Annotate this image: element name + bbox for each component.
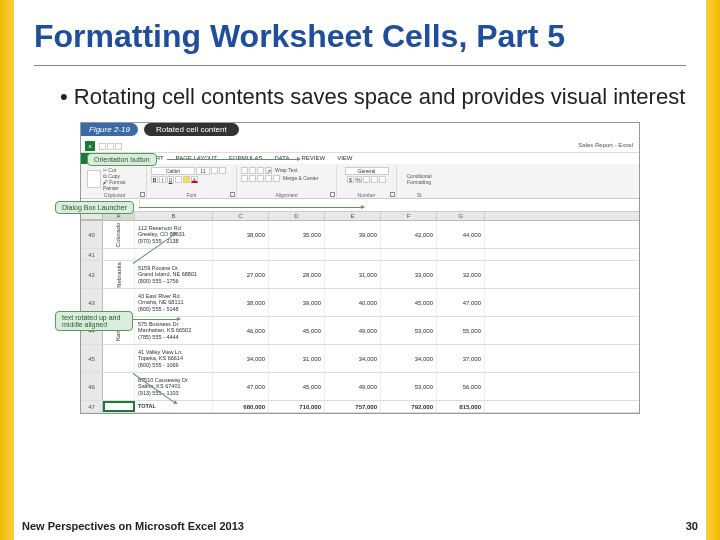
merge-center-button[interactable]: Merge & Center: [283, 175, 318, 182]
cell-value[interactable]: 792,000: [381, 401, 437, 412]
cell-value[interactable]: 33,000: [381, 261, 437, 288]
cell-value[interactable]: 680,000: [213, 401, 269, 412]
align-center-icon[interactable]: [249, 175, 256, 182]
cell-value[interactable]: 35,000: [269, 221, 325, 248]
cell-value[interactable]: 32,000: [437, 261, 485, 288]
cell-rotated[interactable]: [103, 373, 135, 400]
cell-value[interactable]: 757,000: [325, 401, 381, 412]
inc-decimal-icon[interactable]: [371, 176, 378, 183]
worksheet-grid[interactable]: 40Colorado112 Reservoir Rd.Greeley, CO 8…: [81, 221, 639, 413]
align-left-icon[interactable]: [241, 175, 248, 182]
cell-value[interactable]: 27,000: [213, 261, 269, 288]
cell-value[interactable]: 39,000: [269, 289, 325, 316]
percent-icon[interactable]: %: [355, 176, 362, 183]
cell-value[interactable]: 38,000: [213, 221, 269, 248]
align-bottom-icon[interactable]: [257, 167, 264, 174]
cell-address[interactable]: 575 Business Dr.Manhattan, KS 66502(785)…: [135, 317, 213, 344]
indent-inc-icon[interactable]: [273, 175, 280, 182]
row-header[interactable]: 40: [81, 221, 103, 248]
dec-decimal-icon[interactable]: [379, 176, 386, 183]
border-button[interactable]: [175, 176, 182, 183]
number-format-select[interactable]: General: [345, 167, 389, 175]
paste-button[interactable]: [87, 170, 101, 188]
cell-value[interactable]: 34,000: [325, 345, 381, 372]
cell-value[interactable]: 39,000: [325, 221, 381, 248]
underline-button[interactable]: U: [167, 176, 174, 183]
italic-button[interactable]: I: [159, 176, 166, 183]
tab-view[interactable]: VIEW: [331, 153, 358, 164]
cell-rotated[interactable]: Colorado: [103, 221, 135, 248]
cell-value[interactable]: 40,000: [325, 289, 381, 316]
qat-save-icon[interactable]: [99, 143, 106, 150]
col-B[interactable]: B: [135, 212, 213, 220]
col-E[interactable]: E: [325, 212, 381, 220]
cell-value[interactable]: 47,000: [213, 373, 269, 400]
align-top-icon[interactable]: [241, 167, 248, 174]
cell-value[interactable]: 710,000: [269, 401, 325, 412]
row-header[interactable]: 47: [81, 401, 103, 412]
row-header[interactable]: 41: [81, 249, 103, 260]
format-painter-button[interactable]: 🖌 Format Painter: [103, 179, 142, 191]
cell-value[interactable]: 56,000: [437, 373, 485, 400]
cell-rotated[interactable]: [103, 345, 135, 372]
cell-value[interactable]: [325, 249, 381, 260]
col-F[interactable]: F: [381, 212, 437, 220]
cell-value[interactable]: 49,000: [325, 317, 381, 344]
cell-value[interactable]: 31,000: [269, 345, 325, 372]
conditional-formatting-button[interactable]: Conditional Formatting: [401, 173, 437, 185]
qat-undo-icon[interactable]: [107, 143, 114, 150]
cell-value[interactable]: 44,000: [437, 221, 485, 248]
formula-input[interactable]: [139, 200, 637, 210]
orientation-button[interactable]: ↗: [265, 167, 272, 174]
number-launcher-icon[interactable]: [390, 192, 395, 197]
font-size-select[interactable]: 11: [196, 167, 210, 175]
col-D[interactable]: D: [269, 212, 325, 220]
col-C[interactable]: C: [213, 212, 269, 220]
cell-value[interactable]: 45,000: [269, 373, 325, 400]
cell-value[interactable]: [437, 249, 485, 260]
fill-color-button[interactable]: [183, 176, 190, 183]
wrap-text-button[interactable]: Wrap Text: [275, 167, 297, 174]
cell-value[interactable]: 47,000: [437, 289, 485, 316]
cell-value[interactable]: 34,000: [213, 345, 269, 372]
cell-value[interactable]: [269, 249, 325, 260]
cell-value[interactable]: 31,000: [325, 261, 381, 288]
cell-address[interactable]: 87510 Causeway Dr.Salina, KS 67401(913) …: [135, 373, 213, 400]
font-launcher-icon[interactable]: [230, 192, 235, 197]
cell-address[interactable]: 5159 Pocane Dr.Grand Island, NE 68801(80…: [135, 261, 213, 288]
row-header[interactable]: 42: [81, 261, 103, 288]
font-color-button[interactable]: A: [191, 176, 198, 183]
cell-value[interactable]: [381, 249, 437, 260]
cell-value[interactable]: 45,000: [381, 289, 437, 316]
grow-font-icon[interactable]: [211, 167, 218, 174]
alignment-launcher-icon[interactable]: [330, 192, 335, 197]
cell-value[interactable]: 46,000: [213, 317, 269, 344]
cell-rotated[interactable]: [103, 249, 135, 260]
cell-value[interactable]: 55,000: [437, 317, 485, 344]
cell-value[interactable]: 53,000: [381, 373, 437, 400]
cell-rotated[interactable]: Nebraska: [103, 261, 135, 288]
cell-rotated[interactable]: [103, 401, 135, 412]
align-middle-icon[interactable]: [249, 167, 256, 174]
cell-value[interactable]: 38,000: [213, 289, 269, 316]
qat-redo-icon[interactable]: [115, 143, 122, 150]
font-name-select[interactable]: Calibri: [151, 167, 195, 175]
comma-icon[interactable]: ,: [363, 176, 370, 183]
bold-button[interactable]: B: [151, 176, 158, 183]
col-G[interactable]: G: [437, 212, 485, 220]
cell-value[interactable]: 37,000: [437, 345, 485, 372]
row-header[interactable]: 46: [81, 373, 103, 400]
cell-value[interactable]: 42,000: [381, 221, 437, 248]
cell-value[interactable]: 34,000: [381, 345, 437, 372]
cell-address[interactable]: 43 East River Rd.Omaha, NE 68111(800) 55…: [135, 289, 213, 316]
currency-icon[interactable]: $: [347, 176, 354, 183]
indent-dec-icon[interactable]: [265, 175, 272, 182]
cell-value[interactable]: [213, 249, 269, 260]
align-right-icon[interactable]: [257, 175, 264, 182]
clipboard-launcher-icon[interactable]: [140, 192, 145, 197]
cell-value[interactable]: 45,000: [269, 317, 325, 344]
shrink-font-icon[interactable]: [219, 167, 226, 174]
cell-address[interactable]: 41 Valley View Ln.Topeka, KS 66614(800) …: [135, 345, 213, 372]
row-header[interactable]: 45: [81, 345, 103, 372]
cell-value[interactable]: 28,000: [269, 261, 325, 288]
